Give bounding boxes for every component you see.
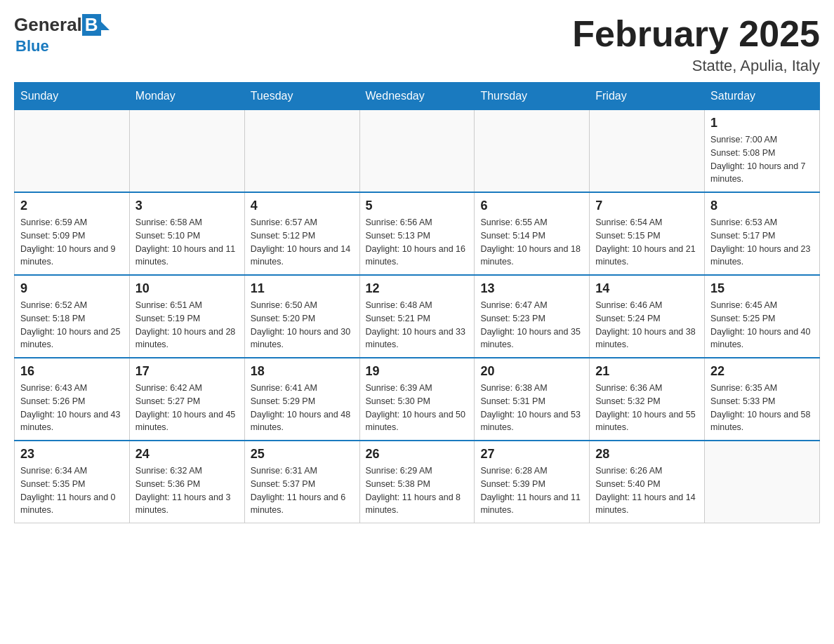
calendar-week-row: 2Sunrise: 6:59 AMSunset: 5:09 PMDaylight… bbox=[15, 192, 820, 275]
day-info: Sunrise: 6:48 AMSunset: 5:21 PMDaylight:… bbox=[366, 299, 469, 351]
day-number: 2 bbox=[20, 199, 124, 213]
table-row: 3Sunrise: 6:58 AMSunset: 5:10 PMDaylight… bbox=[129, 192, 244, 275]
table-row bbox=[475, 110, 590, 193]
day-number: 11 bbox=[251, 281, 354, 296]
logo-blue-text: B bbox=[82, 14, 101, 36]
day-info: Sunrise: 6:55 AMSunset: 5:14 PMDaylight:… bbox=[480, 216, 583, 269]
day-number: 21 bbox=[595, 364, 699, 379]
calendar-header-row: Sunday Monday Tuesday Wednesday Thursday… bbox=[15, 83, 820, 110]
col-friday: Friday bbox=[590, 83, 705, 110]
calendar-week-row: 9Sunrise: 6:52 AMSunset: 5:18 PMDaylight… bbox=[15, 275, 820, 358]
logo-arrow-icon bbox=[100, 20, 110, 30]
day-number: 16 bbox=[20, 364, 124, 379]
table-row: 4Sunrise: 6:57 AMSunset: 5:12 PMDaylight… bbox=[244, 192, 359, 275]
table-row: 11Sunrise: 6:50 AMSunset: 5:20 PMDayligh… bbox=[244, 275, 359, 358]
logo-subtitle: Blue bbox=[15, 37, 49, 55]
table-row: 10Sunrise: 6:51 AMSunset: 5:19 PMDayligh… bbox=[129, 275, 244, 358]
table-row bbox=[705, 441, 820, 523]
calendar-table: Sunday Monday Tuesday Wednesday Thursday… bbox=[14, 82, 820, 523]
table-row: 25Sunrise: 6:31 AMSunset: 5:37 PMDayligh… bbox=[244, 441, 359, 523]
day-number: 8 bbox=[710, 199, 814, 213]
day-info: Sunrise: 6:45 AMSunset: 5:25 PMDaylight:… bbox=[710, 299, 814, 351]
day-info: Sunrise: 6:35 AMSunset: 5:33 PMDaylight:… bbox=[710, 382, 814, 434]
day-info: Sunrise: 6:54 AMSunset: 5:15 PMDaylight:… bbox=[595, 216, 699, 269]
logo-general-text: General bbox=[14, 14, 82, 36]
day-info: Sunrise: 6:52 AMSunset: 5:18 PMDaylight:… bbox=[20, 299, 124, 351]
day-number: 7 bbox=[595, 199, 699, 213]
day-info: Sunrise: 6:53 AMSunset: 5:17 PMDaylight:… bbox=[710, 216, 814, 269]
day-number: 6 bbox=[480, 199, 583, 213]
day-number: 27 bbox=[480, 447, 583, 462]
logo: General B Blue bbox=[14, 14, 110, 55]
table-row: 1Sunrise: 7:00 AMSunset: 5:08 PMDaylight… bbox=[705, 110, 820, 193]
table-row bbox=[15, 110, 130, 193]
table-row: 16Sunrise: 6:43 AMSunset: 5:26 PMDayligh… bbox=[15, 358, 130, 441]
day-number: 10 bbox=[135, 281, 239, 296]
month-title: February 2025 bbox=[572, 14, 820, 54]
table-row: 27Sunrise: 6:28 AMSunset: 5:39 PMDayligh… bbox=[475, 441, 590, 523]
day-number: 20 bbox=[480, 364, 583, 379]
table-row: 28Sunrise: 6:26 AMSunset: 5:40 PMDayligh… bbox=[590, 441, 705, 523]
day-number: 18 bbox=[251, 364, 354, 379]
table-row: 8Sunrise: 6:53 AMSunset: 5:17 PMDaylight… bbox=[705, 192, 820, 275]
day-info: Sunrise: 6:47 AMSunset: 5:23 PMDaylight:… bbox=[480, 299, 583, 351]
table-row: 26Sunrise: 6:29 AMSunset: 5:38 PMDayligh… bbox=[359, 441, 475, 523]
table-row bbox=[359, 110, 475, 193]
day-info: Sunrise: 6:39 AMSunset: 5:30 PMDaylight:… bbox=[366, 382, 469, 434]
day-number: 15 bbox=[710, 281, 814, 296]
table-row: 15Sunrise: 6:45 AMSunset: 5:25 PMDayligh… bbox=[705, 275, 820, 358]
calendar-week-row: 16Sunrise: 6:43 AMSunset: 5:26 PMDayligh… bbox=[15, 358, 820, 441]
day-info: Sunrise: 6:58 AMSunset: 5:10 PMDaylight:… bbox=[135, 216, 239, 269]
col-thursday: Thursday bbox=[475, 83, 590, 110]
day-info: Sunrise: 6:57 AMSunset: 5:12 PMDaylight:… bbox=[251, 216, 354, 269]
day-number: 19 bbox=[366, 364, 469, 379]
table-row: 14Sunrise: 6:46 AMSunset: 5:24 PMDayligh… bbox=[590, 275, 705, 358]
day-info: Sunrise: 6:43 AMSunset: 5:26 PMDaylight:… bbox=[20, 382, 124, 434]
table-row: 5Sunrise: 6:56 AMSunset: 5:13 PMDaylight… bbox=[359, 192, 475, 275]
day-number: 5 bbox=[366, 199, 469, 213]
table-row: 13Sunrise: 6:47 AMSunset: 5:23 PMDayligh… bbox=[475, 275, 590, 358]
col-tuesday: Tuesday bbox=[244, 83, 359, 110]
page-header: General B Blue February 2025 Statte, Apu… bbox=[14, 14, 820, 75]
table-row: 23Sunrise: 6:34 AMSunset: 5:35 PMDayligh… bbox=[15, 441, 130, 523]
day-number: 9 bbox=[20, 281, 124, 296]
table-row: 17Sunrise: 6:42 AMSunset: 5:27 PMDayligh… bbox=[129, 358, 244, 441]
day-info: Sunrise: 6:26 AMSunset: 5:40 PMDaylight:… bbox=[595, 464, 699, 517]
table-row: 19Sunrise: 6:39 AMSunset: 5:30 PMDayligh… bbox=[359, 358, 475, 441]
day-info: Sunrise: 6:34 AMSunset: 5:35 PMDaylight:… bbox=[20, 464, 124, 517]
table-row bbox=[244, 110, 359, 193]
day-number: 14 bbox=[595, 281, 699, 296]
table-row: 9Sunrise: 6:52 AMSunset: 5:18 PMDaylight… bbox=[15, 275, 130, 358]
day-info: Sunrise: 6:46 AMSunset: 5:24 PMDaylight:… bbox=[595, 299, 699, 351]
day-number: 17 bbox=[135, 364, 239, 379]
location: Statte, Apulia, Italy bbox=[572, 57, 820, 75]
day-info: Sunrise: 7:00 AMSunset: 5:08 PMDaylight:… bbox=[710, 133, 814, 186]
day-info: Sunrise: 6:41 AMSunset: 5:29 PMDaylight:… bbox=[251, 382, 354, 434]
day-info: Sunrise: 6:28 AMSunset: 5:39 PMDaylight:… bbox=[480, 464, 583, 517]
table-row: 6Sunrise: 6:55 AMSunset: 5:14 PMDaylight… bbox=[475, 192, 590, 275]
day-number: 25 bbox=[251, 447, 354, 462]
day-number: 26 bbox=[366, 447, 469, 462]
day-number: 13 bbox=[480, 281, 583, 296]
title-block: February 2025 Statte, Apulia, Italy bbox=[572, 14, 820, 75]
table-row: 21Sunrise: 6:36 AMSunset: 5:32 PMDayligh… bbox=[590, 358, 705, 441]
day-info: Sunrise: 6:36 AMSunset: 5:32 PMDaylight:… bbox=[595, 382, 699, 434]
day-info: Sunrise: 6:56 AMSunset: 5:13 PMDaylight:… bbox=[366, 216, 469, 269]
day-number: 3 bbox=[135, 199, 239, 213]
day-number: 1 bbox=[710, 116, 814, 130]
table-row bbox=[129, 110, 244, 193]
table-row bbox=[590, 110, 705, 193]
day-info: Sunrise: 6:51 AMSunset: 5:19 PMDaylight:… bbox=[135, 299, 239, 351]
day-number: 22 bbox=[710, 364, 814, 379]
col-monday: Monday bbox=[129, 83, 244, 110]
table-row: 2Sunrise: 6:59 AMSunset: 5:09 PMDaylight… bbox=[15, 192, 130, 275]
col-sunday: Sunday bbox=[15, 83, 130, 110]
calendar-week-row: 1Sunrise: 7:00 AMSunset: 5:08 PMDaylight… bbox=[15, 110, 820, 193]
table-row: 7Sunrise: 6:54 AMSunset: 5:15 PMDaylight… bbox=[590, 192, 705, 275]
day-number: 12 bbox=[366, 281, 469, 296]
day-info: Sunrise: 6:59 AMSunset: 5:09 PMDaylight:… bbox=[20, 216, 124, 269]
col-saturday: Saturday bbox=[705, 83, 820, 110]
day-info: Sunrise: 6:38 AMSunset: 5:31 PMDaylight:… bbox=[480, 382, 583, 434]
day-number: 4 bbox=[251, 199, 354, 213]
day-info: Sunrise: 6:31 AMSunset: 5:37 PMDaylight:… bbox=[251, 464, 354, 517]
